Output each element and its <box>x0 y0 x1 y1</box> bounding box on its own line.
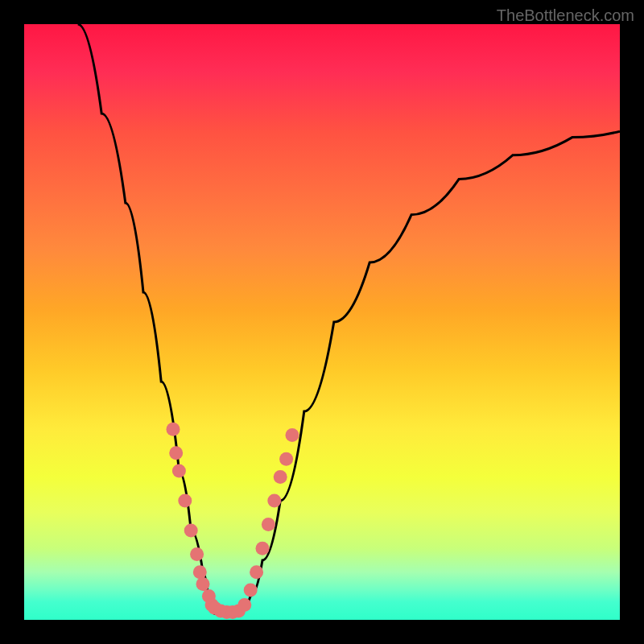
chart-plot-area <box>24 24 620 620</box>
data-marker <box>172 464 186 478</box>
data-marker <box>237 598 251 612</box>
data-marker <box>196 577 210 591</box>
data-marker <box>267 494 281 508</box>
data-marker <box>286 428 299 442</box>
data-marker <box>262 518 275 531</box>
watermark-text: TheBottleneck.com <box>497 6 634 25</box>
marker-group <box>167 423 299 619</box>
data-marker <box>279 452 293 466</box>
data-marker <box>244 584 258 597</box>
bottleneck-curve <box>78 24 620 614</box>
chart-svg <box>24 24 620 620</box>
data-marker <box>184 524 198 538</box>
data-marker <box>190 547 204 561</box>
data-marker <box>256 542 270 555</box>
data-marker <box>169 446 183 460</box>
data-marker <box>178 494 192 508</box>
data-marker <box>250 565 263 579</box>
curve-group <box>78 24 620 614</box>
data-marker <box>167 423 180 436</box>
data-marker <box>193 565 207 579</box>
data-marker <box>274 470 287 484</box>
